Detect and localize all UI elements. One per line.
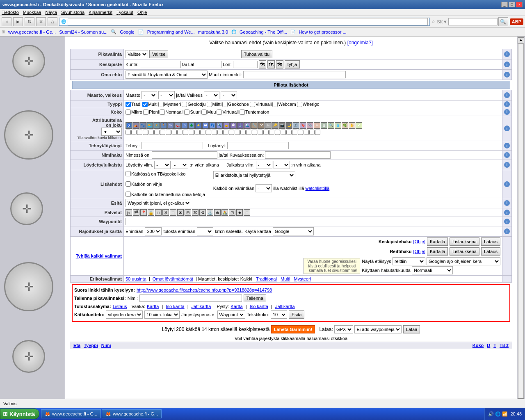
esita-select[interactable]: Waypointit (pieni, ei gc-alkua)	[126, 199, 191, 207]
scroll-up[interactable]: ▲	[518, 37, 524, 44]
nimessa-input[interactable]	[152, 151, 217, 159]
attr-icon-16[interactable]: 🏛	[230, 122, 237, 129]
palvelut-icon-4[interactable]: 🔒	[148, 209, 154, 216]
attr-icon-22[interactable]: 🔑	[272, 122, 278, 129]
attr-icon-25[interactable]: 🎵	[293, 122, 299, 129]
tekstikoko-select[interactable]: 10	[271, 310, 287, 319]
attr-cb-17[interactable]	[217, 130, 223, 135]
attr-cb-30[interactable]	[292, 130, 297, 135]
kunta-input[interactable]	[140, 61, 181, 68]
attr-cb-31[interactable]	[298, 130, 303, 135]
attr-cb-12[interactable]	[189, 130, 194, 135]
col-tbt[interactable]: TB:t	[500, 343, 509, 348]
waypointit-info-icon[interactable]: i	[504, 219, 510, 224]
start-button[interactable]: ⊞ Käynnistä	[0, 409, 39, 419]
cb-suuri[interactable]: Suuri	[184, 110, 201, 115]
vaikeus-select[interactable]: -11.522.533.544.55	[204, 91, 219, 99]
lon-input[interactable]	[233, 61, 258, 68]
maasto-info-icon[interactable]: i	[504, 92, 510, 98]
tallenna-btn[interactable]: Tallenna	[244, 294, 266, 302]
cb-multi[interactable]: Multi	[142, 102, 158, 107]
attr-icon-30[interactable]: 🔍	[328, 122, 334, 129]
loydetty-select2[interactable]: -	[172, 161, 188, 169]
cb-normaali[interactable]: Normaali	[160, 110, 183, 115]
attr-icon-2[interactable]: ⛺	[132, 122, 139, 129]
menu-ohje[interactable]: Ohje	[137, 10, 147, 15]
kartta-link1[interactable]: Kartta	[147, 304, 159, 309]
attr-cb-19[interactable]	[229, 130, 234, 135]
attr-cb-4[interactable]	[143, 130, 148, 135]
attr-icon-21[interactable]: ✂	[265, 122, 272, 129]
attr-cb-1[interactable]	[126, 130, 131, 135]
oma-ehto-info-icon[interactable]: i	[504, 72, 510, 78]
attr-icon-1[interactable]: ♿	[126, 122, 132, 129]
menu-kirjanmerkit[interactable]: Kirjanmerkit	[89, 10, 112, 15]
attr-cb-18[interactable]	[223, 130, 228, 135]
attr-icon-13[interactable]: 👣	[209, 122, 216, 129]
attr-icon-26[interactable]: 🔖	[300, 122, 306, 129]
esita-btn[interactable]: Esitä	[289, 310, 304, 319]
cb-geolodju[interactable]: Geolodju	[182, 102, 205, 107]
oma-ehto-select[interactable]: Etsimättä / löytämättä & Omat	[126, 71, 208, 79]
attr-icon-24[interactable]: 🌙	[286, 122, 292, 129]
palvelut-icon-3[interactable]: 📍	[140, 209, 147, 216]
search-button[interactable]: 🔍	[498, 17, 508, 26]
attr-icon-4[interactable]: 🏊	[146, 122, 153, 129]
menu-tiedosto[interactable]: Tiedosto	[2, 10, 19, 15]
palvelut-icon-5[interactable]: □	[155, 209, 162, 216]
rajoitukset-info-icon[interactable]: i	[504, 228, 510, 234]
menu-tyokalut[interactable]: Työkalut	[116, 10, 133, 15]
attr-icon-15[interactable]: 🔒	[223, 122, 230, 129]
attr-cb-15[interactable]	[206, 130, 211, 135]
bookmark-how[interactable]: How to get processor ...	[299, 30, 346, 34]
pikavalinta-btn2[interactable]: Tuhoa valittu	[241, 50, 273, 58]
menu-muokkaa[interactable]: Muokkaa	[23, 10, 41, 15]
attr-cb-2[interactable]	[131, 130, 137, 135]
palvelut-icon-16[interactable]: ★	[236, 209, 243, 216]
attr-icon-3[interactable]: 🐾	[139, 122, 146, 129]
attr-cb-8[interactable]	[166, 130, 171, 135]
palvelut-icon-15[interactable]: ⊡	[229, 209, 235, 216]
kuvaus-input[interactable]	[265, 151, 331, 159]
attr-select[interactable]: ▼	[101, 128, 122, 136]
attr-cb-5[interactable]	[148, 130, 154, 135]
stop-button[interactable]: ✕	[36, 17, 46, 26]
palvelut-icon-9[interactable]: ⊞	[185, 209, 191, 216]
cb-pieni[interactable]: Pieni	[143, 110, 159, 115]
attr-cb-16[interactable]	[212, 130, 217, 135]
attr-cb-21[interactable]	[240, 130, 246, 135]
attr-icon-18[interactable]: 🌊	[244, 122, 251, 129]
attr-cb-11[interactable]	[183, 130, 188, 135]
googlen-select[interactable]: Googlen ajo-ohjeiden kera	[427, 257, 500, 265]
erikois-mysteeri[interactable]: Mysteeri	[294, 276, 311, 281]
attr-cb-28[interactable]	[281, 130, 286, 135]
attr-icon-17[interactable]: ⚓	[237, 122, 244, 129]
attr-cb-26[interactable]	[269, 130, 274, 135]
piilota-section[interactable]: Piilota lisäehdot	[72, 81, 510, 89]
attr-cb-13[interactable]	[194, 130, 200, 135]
reitti-ohje-link[interactable]: [Ohje]	[413, 249, 425, 254]
cb-muu[interactable]: Muu	[201, 110, 216, 115]
esita-info-icon[interactable]: i	[504, 200, 510, 206]
attr-cb-29[interactable]	[286, 130, 292, 135]
attr-cb-10[interactable]	[177, 130, 183, 135]
cb-omat[interactable]: Kätkölle on tallennettuna omia tietoja	[126, 192, 205, 197]
keskipiste-info-icon[interactable]: i	[504, 62, 510, 67]
erikois-multi[interactable]: Multi	[281, 276, 290, 281]
kartta-link2[interactable]: Kartta	[231, 304, 242, 309]
attr-icon-32[interactable]: 🌿	[342, 122, 348, 129]
col-t[interactable]: T	[493, 343, 496, 348]
attr-icon-28[interactable]: ✏	[314, 122, 320, 129]
close-btn[interactable]: ×	[516, 2, 523, 7]
maximize-btn[interactable]: □	[509, 2, 515, 7]
palvelut-icon-10[interactable]: ⌘	[192, 209, 199, 216]
attr-icon-14[interactable]: 🔦	[216, 122, 223, 129]
kesk-kartalla-btn[interactable]: Kartalla	[427, 237, 448, 246]
reitti-kartalla-btn[interactable]: Kartalla	[427, 247, 448, 256]
kesk-lataus-btn[interactable]: Lataus	[481, 237, 500, 246]
palvelut-icon-14[interactable]: 🚴	[221, 209, 228, 216]
attr-icon-12[interactable]: 🏔	[202, 122, 209, 129]
cb-vihje[interactable]: Kätkön on vihje	[126, 181, 205, 187]
attr-icon-20[interactable]: ⚒	[258, 122, 265, 129]
attr-icon-29[interactable]: 🗑	[321, 122, 327, 129]
